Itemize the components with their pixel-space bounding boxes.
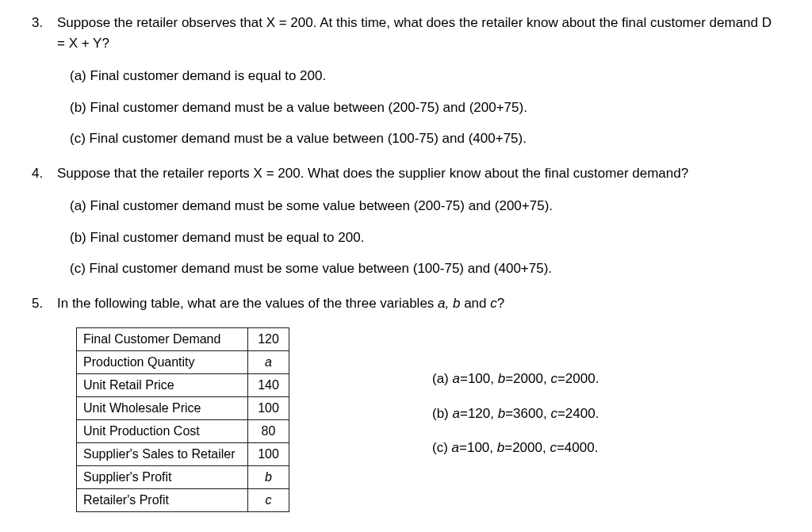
cell-value: a — [248, 351, 289, 374]
eq-c: =4000. — [557, 440, 598, 455]
eq-b: =2000, — [504, 440, 550, 455]
cell-value: b — [248, 466, 289, 489]
var-c: c — [550, 440, 557, 455]
question-5-option-a: (a) a=100, b=2000, c=2000. — [432, 369, 599, 389]
table-row: Retailer's Profitc — [77, 489, 289, 512]
cell-label: Unit Retail Price — [77, 374, 248, 397]
eq-a: =120, — [460, 406, 498, 421]
table-row: Unit Retail Price140 — [77, 374, 289, 397]
question-4-number: 4. — [32, 163, 57, 184]
eq-a: =100, — [459, 440, 497, 455]
question-3: 3. Suppose the retailer observes that X … — [32, 13, 780, 149]
cell-label: Unit Wholesale Price — [77, 397, 248, 420]
var-b: b — [498, 371, 505, 386]
var-c: c — [550, 371, 557, 386]
opt-label: (a) — [432, 371, 453, 386]
eq-c: =2000. — [557, 371, 599, 386]
q5-text-mid: and — [460, 296, 490, 311]
question-5: 5. In the following table, what are the … — [32, 293, 780, 513]
question-3-option-b: (b) Final customer demand must be a valu… — [70, 98, 780, 118]
question-5-number: 5. — [32, 293, 57, 314]
q5-text-pre: In the following table, what are the val… — [57, 296, 438, 311]
cell-label: Retailer's Profit — [77, 489, 248, 512]
var-b: b — [498, 406, 505, 421]
cell-value: c — [248, 489, 289, 512]
eq-b: =2000, — [505, 371, 550, 386]
var-a: a — [453, 371, 460, 386]
q5-vars-ab: a, b — [438, 296, 460, 311]
var-a: a — [452, 440, 459, 455]
q5-text-post: ? — [497, 296, 504, 311]
var-b: b — [497, 440, 504, 455]
question-5-option-c: (c) a=100, b=2000, c=4000. — [432, 438, 599, 458]
cell-value: 100 — [248, 443, 289, 466]
cell-value: 120 — [248, 328, 289, 351]
question-3-option-c: (c) Final customer demand must be a valu… — [70, 128, 780, 149]
cell-label: Production Quantity — [77, 351, 248, 374]
question-4-option-c: (c) Final customer demand must be some v… — [70, 258, 780, 279]
cell-label: Supplier's Profit — [77, 466, 248, 489]
eq-b: =3600, — [505, 406, 550, 421]
opt-label: (b) — [432, 406, 453, 421]
table-row: Final Customer Demand120 — [77, 328, 289, 351]
question-4-text: Suppose that the retailer reports X = 20… — [57, 163, 780, 184]
table-row: Production Quantitya — [77, 351, 289, 374]
var-c: c — [550, 406, 557, 421]
q5-var-c: c — [490, 296, 497, 311]
question-3-option-a: (a) Final customer demand is equal to 20… — [70, 66, 780, 86]
cell-value: 140 — [248, 374, 289, 397]
question-5-text: In the following table, what are the val… — [57, 293, 780, 314]
cell-label: Unit Production Cost — [77, 420, 248, 443]
opt-label: (c) — [432, 440, 452, 455]
table-row: Supplier's Sales to Retailer100 — [77, 443, 289, 466]
cell-label: Final Customer Demand — [77, 328, 248, 351]
table-row: Unit Wholesale Price100 — [77, 397, 289, 420]
question-4: 4. Suppose that the retailer reports X =… — [32, 163, 780, 279]
table-row: Supplier's Profitb — [77, 466, 289, 489]
question-4-option-b: (b) Final customer demand must be equal … — [70, 228, 780, 248]
cell-label: Supplier's Sales to Retailer — [77, 443, 248, 466]
question-5-option-b: (b) a=120, b=3600, c=2400. — [432, 404, 599, 424]
cell-value: 100 — [248, 397, 289, 420]
eq-c: =2400. — [557, 406, 599, 421]
var-a: a — [453, 406, 460, 421]
question-3-text: Suppose the retailer observes that X = 2… — [57, 13, 780, 53]
q5-table: Final Customer Demand120 Production Quan… — [76, 327, 289, 512]
question-3-number: 3. — [32, 13, 57, 33]
question-4-option-a: (a) Final customer demand must be some v… — [70, 196, 780, 216]
table-row: Unit Production Cost80 — [77, 420, 289, 443]
cell-value: 80 — [248, 420, 289, 443]
eq-a: =100, — [460, 371, 498, 386]
